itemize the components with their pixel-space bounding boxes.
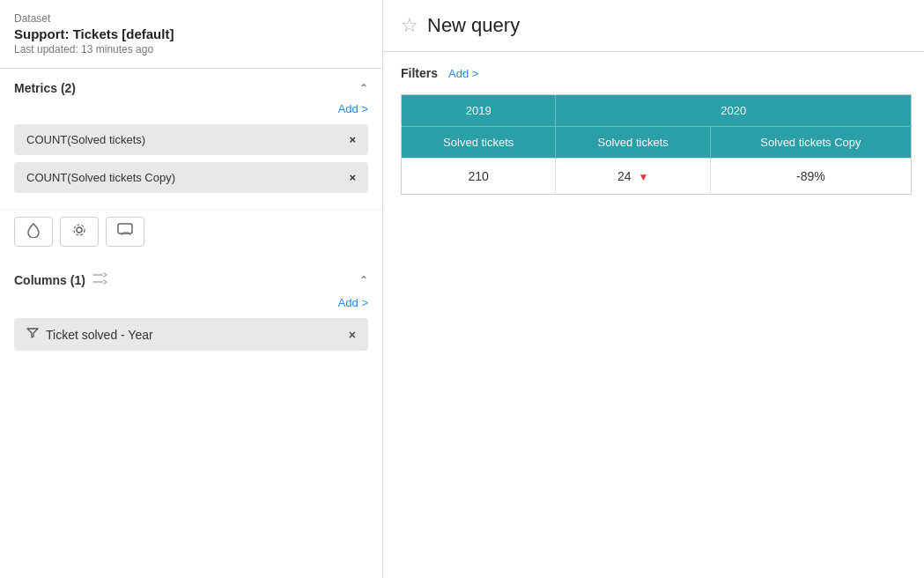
droplet-icon [26,222,41,241]
col-header-3: Solved tickets Copy [710,127,911,159]
metrics-add-link[interactable]: Add > [14,102,368,115]
droplet-button[interactable] [14,217,53,247]
svg-rect-2 [118,224,132,233]
metrics-title: Metrics (2) [14,81,76,95]
left-panel: Dataset Support: Tickets [default] Last … [0,0,383,578]
star-icon[interactable]: ☆ [401,14,418,37]
cell-2020-value: 24 [617,169,632,183]
metric-remove-1[interactable]: × [349,134,356,145]
table-header-year-row: 2019 2020 [402,95,912,127]
filters-row: Filters Add > [401,66,912,80]
pct-value: -89% [796,169,825,183]
cell-val-2020: 24 ▼ [556,159,710,195]
metric-label-2: COUNT(Solved tickets Copy) [26,171,175,184]
columns-title: Columns (1) [14,273,85,287]
metrics-chevron-icon[interactable]: ⌃ [359,82,368,94]
svg-point-1 [74,225,85,235]
metric-item-2[interactable]: COUNT(Solved tickets Copy) × [14,162,368,193]
query-title: New query [427,14,520,37]
columns-title-row: Columns (1) [14,271,108,289]
cell-val-2019: 210 [402,159,556,195]
columns-header: Columns (1) ⌃ [14,271,368,289]
metric-item[interactable]: COUNT(Solved tickets) × [14,124,368,155]
year-2020-header: 2020 [556,95,912,127]
column-item-left: Ticket solved - Year [26,327,153,342]
columns-add-link[interactable]: Add > [14,296,368,309]
dataset-updated: Last updated: 13 minutes ago [14,43,368,56]
dataset-name: Support: Tickets [default] [14,26,368,41]
shuffle-icon [92,271,108,289]
icon-row [0,210,382,259]
filters-add-link[interactable]: Add > [448,67,478,80]
columns-chevron-icon[interactable]: ⌃ [359,274,368,286]
chat-icon [117,223,133,241]
filters-label: Filters [401,66,438,80]
svg-point-0 [77,227,82,233]
radio-button[interactable] [60,217,99,247]
dataset-label: Dataset [14,12,368,25]
chat-button[interactable] [106,217,144,247]
columns-section: Columns (1) ⌃ Add > [0,259,382,359]
table-data-row: 210 24 ▼ -89% [402,159,912,195]
table-header-col-row: Solved tickets Solved tickets Solved tic… [402,127,912,159]
metric-label-1: COUNT(Solved tickets) [26,133,145,146]
column-remove[interactable]: × [349,329,356,341]
right-panel: ☆ New query Filters Add > 2019 2020 Solv… [383,0,924,578]
cell-val-pct: -89% [710,159,911,195]
dataset-info: Dataset Support: Tickets [default] Last … [0,0,382,69]
column-label: Ticket solved - Year [46,328,153,342]
right-content: Filters Add > 2019 2020 Solved tickets S… [383,52,924,578]
column-item[interactable]: Ticket solved - Year × [14,318,368,351]
down-arrow-icon: ▼ [638,171,648,183]
right-header: ☆ New query [383,0,924,52]
metrics-section: Metrics (2) ⌃ Add > COUNT(Solved tickets… [0,69,382,210]
col-header-1: Solved tickets [402,127,556,159]
col-header-2: Solved tickets [556,127,710,159]
filter-icon [26,327,39,342]
radio-icon [71,222,87,241]
year-2019-header: 2019 [402,95,556,127]
metrics-header: Metrics (2) ⌃ [14,81,368,95]
data-table: 2019 2020 Solved tickets Solved tickets … [401,94,912,195]
metric-remove-2[interactable]: × [349,172,356,183]
